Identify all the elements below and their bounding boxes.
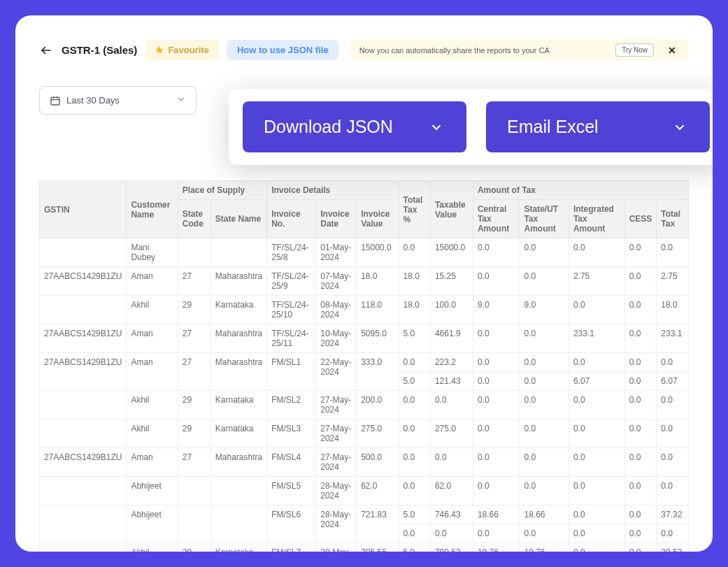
table-cell: 0.0 [520, 419, 569, 448]
table-header: State Code [178, 200, 210, 238]
table-cell [178, 505, 210, 543]
table-cell: 10-May-2024 [316, 324, 357, 353]
table-cell [40, 505, 127, 543]
table-cell [40, 543, 127, 552]
table-cell: 9.0 [473, 296, 520, 324]
table-cell: 0.0 [430, 448, 473, 477]
table-header: Total Tax % [399, 181, 430, 238]
table-cell: 0.0 [624, 238, 657, 267]
table-cell: 5.0 [399, 505, 430, 524]
table-cell: 118.0 [357, 296, 399, 324]
table-cell: TF/SL/24-25/9 [267, 267, 316, 296]
table-cell: 0.0 [569, 419, 624, 448]
table-cell: FM/SL5 [267, 477, 316, 505]
table-cell: 0.0 [624, 505, 657, 524]
table-cell: 29 [178, 296, 210, 324]
table-cell: Mani Dubey [127, 238, 178, 267]
table-cell: 0.0 [624, 419, 657, 448]
chevron-down-icon [176, 94, 186, 106]
table-cell: 27 [178, 267, 210, 296]
table-cell [210, 505, 266, 543]
table-cell: 0.0 [520, 477, 569, 505]
table-header: Invoice Date [316, 200, 357, 238]
table-cell: 4661.9 [430, 324, 473, 353]
table-cell: 28-May-2024 [316, 543, 357, 552]
table-cell: TF/SL/24-25/10 [267, 296, 316, 324]
chevron-down-icon [427, 118, 445, 136]
table-cell: Akhil [127, 543, 178, 552]
table-cell: Maharashtra [210, 324, 266, 353]
table-cell [40, 391, 127, 419]
close-icon[interactable]: ✕ [664, 45, 680, 56]
how-to-json-link[interactable]: How to use JSON file [227, 40, 338, 60]
table-cell: 15.25 [430, 267, 473, 296]
table-cell: 0.0 [399, 524, 430, 543]
table-cell: 0.0 [569, 524, 624, 543]
table-cell: Maharashtra [210, 353, 266, 391]
table-cell: 0.0 [657, 448, 689, 477]
table-cell: 0.0 [473, 267, 520, 296]
table-cell [178, 238, 210, 267]
table-cell: Akhil [127, 391, 178, 419]
table-cell: 37.32 [657, 505, 689, 524]
table-cell: 275.0 [357, 419, 399, 448]
table-cell: 0.0 [473, 353, 520, 372]
email-excel-label: Email Excel [507, 117, 599, 137]
table-cell: FM/SL3 [267, 419, 316, 448]
table-cell: 27 [178, 324, 210, 353]
calendar-icon [50, 95, 61, 106]
table-cell: 200.0 [357, 391, 399, 419]
table-cell: 121.43 [430, 372, 473, 391]
table-header: GSTIN [40, 181, 127, 238]
table-cell: 0.0 [399, 353, 430, 372]
table-cell: 19.76 [520, 543, 569, 552]
table-cell: 0.0 [569, 296, 624, 324]
download-json-button[interactable]: Download JSON [243, 101, 466, 152]
table-cell: 0.0 [657, 353, 689, 372]
table-row: Akhil29KarnatakaFM/SL728-May-2024705.555… [40, 543, 689, 552]
table-cell: 0.0 [473, 391, 520, 419]
back-arrow-icon[interactable] [39, 43, 53, 57]
table-cell: Karnataka [210, 296, 266, 324]
table-row: Akhil29KarnatakaFM/SL327-May-2024275.00.… [40, 419, 689, 448]
table-cell: Aman [127, 267, 178, 296]
date-range-label: Last 30 Days [66, 95, 120, 106]
table-cell [40, 296, 127, 324]
table-row: Mani DubeyTF/SL/24-25/801-May-202415000.… [40, 238, 689, 267]
table-header: Integrated Tax Amount [569, 200, 624, 238]
table-row: 27AABCS1429B1ZUAman27MaharashtraTF/SL/24… [40, 324, 689, 353]
table-cell: 0.0 [473, 419, 520, 448]
table-cell: 0.0 [569, 391, 624, 419]
table-cell: 0.0 [624, 448, 657, 477]
table-cell: 790.53 [430, 543, 473, 552]
table-cell: 27 [178, 353, 210, 391]
table-cell: Karnataka [210, 391, 266, 419]
table-cell: 100.0 [430, 296, 473, 324]
date-range-select[interactable]: Last 30 Days [39, 86, 197, 115]
table-header: Central Tax Amount [473, 200, 520, 238]
table-cell: Akhil [127, 419, 178, 448]
table-cell: 6.07 [657, 372, 689, 391]
table-cell: 721.83 [357, 505, 399, 543]
table-cell: 18.66 [520, 505, 569, 524]
table-cell: 275.0 [430, 419, 473, 448]
table-cell: 5095.0 [357, 324, 399, 353]
table-cell: 62.0 [357, 477, 399, 505]
table-cell: 2.75 [569, 267, 624, 296]
favourite-badge[interactable]: ★ Favourite [145, 40, 219, 60]
table-cell: 500.0 [357, 448, 399, 477]
table-row: AbhijeetFM/SL528-May-202462.00.062.00.00… [40, 477, 689, 505]
table-cell: 6.07 [569, 372, 624, 391]
email-excel-button[interactable]: Email Excel [486, 101, 710, 152]
table-cell: 0.0 [569, 238, 624, 267]
try-now-button[interactable]: Try Now [615, 43, 654, 57]
table-cell: 0.0 [624, 296, 657, 324]
table-cell: 0.0 [624, 324, 657, 353]
promo-banner: Now you can automatically share the repo… [351, 39, 689, 61]
table-header: Total Tax [657, 200, 689, 238]
table-cell: 0.0 [520, 372, 569, 391]
table-cell: 0.0 [624, 353, 657, 372]
table-cell: 0.0 [624, 543, 657, 552]
table-header: Invoice No. [267, 200, 316, 238]
table-cell: Aman [127, 448, 178, 477]
